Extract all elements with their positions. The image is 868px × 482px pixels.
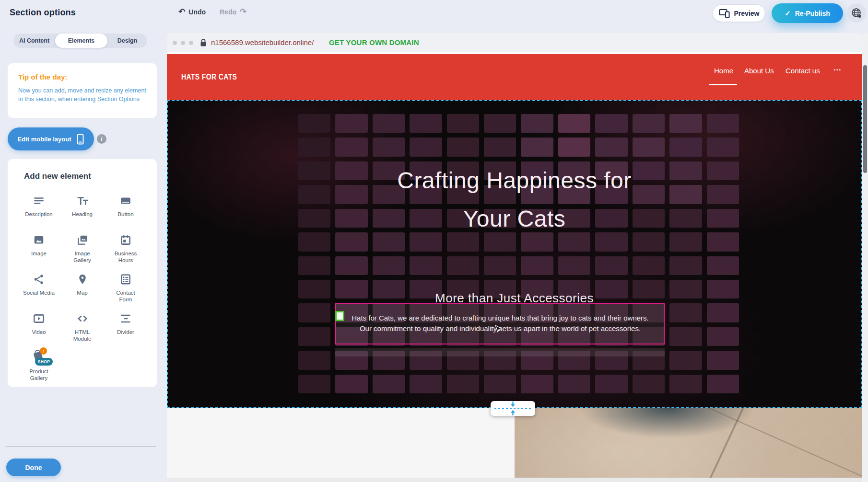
hero-tile — [447, 114, 479, 133]
nav-item-about-us[interactable]: About Us — [744, 67, 774, 75]
tip-of-the-day-card: Tip of the day: Now you can add, move an… — [8, 63, 157, 118]
sidebar-divider — [6, 447, 156, 447]
element-item-product-gallery[interactable]: ↑SHOPProduct Gallery — [17, 351, 60, 390]
hero-tile — [669, 351, 702, 369]
element-item-label: Social Media — [23, 289, 55, 296]
globe-button[interactable] — [847, 3, 866, 23]
hero-tile — [707, 351, 739, 369]
info-icon[interactable]: i — [97, 134, 106, 144]
hero-tile — [410, 138, 442, 156]
hero-tile — [335, 256, 367, 275]
hero-tile — [633, 114, 665, 133]
done-button[interactable]: Done — [6, 459, 61, 476]
page-title: Section options — [10, 8, 76, 18]
resize-arrows-icon — [493, 402, 533, 415]
hero-tile — [558, 138, 590, 156]
hero-tile — [669, 327, 702, 346]
element-item-contact-form[interactable]: Contact Form — [104, 272, 147, 311]
element-item-image[interactable]: Image — [17, 233, 60, 272]
hero-paragraph[interactable]: Hats for Cats, we are dedicated to craft… — [332, 313, 668, 334]
element-item-video[interactable]: Video — [17, 311, 60, 351]
redo-arrow-icon: ↷ — [240, 8, 246, 16]
tab-ai-content[interactable]: AI Content — [13, 34, 55, 48]
republish-button[interactable]: ✓ Re-Publish — [772, 3, 843, 23]
element-item-label: Contact Form — [116, 289, 135, 303]
element-item-label: Product Gallery — [29, 368, 48, 382]
hero-tile — [669, 375, 702, 393]
hero-tile — [707, 138, 739, 156]
redo-label: Redo — [220, 8, 236, 16]
hero-tile — [484, 256, 516, 275]
hero-tile — [298, 351, 330, 369]
element-item-label: Button — [117, 211, 133, 218]
upgrade-badge-icon: ↑ — [40, 347, 47, 355]
hero-tile — [707, 327, 739, 346]
smartphone-icon — [77, 134, 84, 145]
hero-section-selected[interactable]: Crafting Happiness for Your Cats More th… — [167, 100, 862, 408]
paragraph-selection-box[interactable]: Hats for Cats, we are dedicated to craft… — [335, 303, 665, 344]
hero-tile — [484, 138, 516, 156]
republish-label: Re-Publish — [795, 10, 830, 17]
site-header[interactable]: HATS FOR CATS HomeAbout UsContact us ... — [167, 54, 862, 100]
devices-icon — [719, 9, 730, 18]
undo-button[interactable]: ↶ Undo — [178, 8, 206, 16]
element-item-business-hours[interactable]: Business Hours — [104, 233, 147, 272]
site-logo[interactable]: HATS FOR CATS — [181, 72, 237, 82]
divider-icon — [118, 311, 133, 326]
edit-mobile-label: Edit mobile layout — [18, 136, 71, 143]
tab-elements[interactable]: Elements — [55, 34, 107, 48]
hero-tile — [521, 138, 553, 156]
element-item-divider[interactable]: Divider — [104, 311, 147, 351]
browser-dot-icon — [189, 41, 193, 45]
element-item-map[interactable]: Map — [61, 272, 104, 311]
sidebar-tabs: AI Content Elements Design — [13, 34, 147, 48]
hero-tile — [484, 114, 516, 133]
hero-tile — [633, 138, 665, 156]
element-item-social-media[interactable]: Social Media — [17, 272, 60, 311]
hero-tile — [484, 375, 516, 393]
pavement-photo[interactable] — [515, 408, 862, 480]
hero-tile — [707, 114, 739, 133]
image-icon — [32, 233, 46, 247]
element-item-label: Business Hours — [115, 250, 137, 264]
section-resize-handle[interactable] — [491, 401, 535, 416]
globe-icon — [851, 7, 862, 19]
element-item-button[interactable]: Button — [104, 194, 147, 233]
edit-mobile-layout-button[interactable]: Edit mobile layout — [8, 127, 94, 150]
element-item-html-module[interactable]: HTML Module — [61, 311, 104, 351]
hero-tile — [298, 256, 330, 275]
hero-tile — [595, 375, 627, 393]
hero-tile — [633, 375, 665, 393]
hero-tile — [335, 114, 367, 133]
tip-title: Tip of the day: — [18, 73, 146, 81]
video-icon — [32, 311, 46, 326]
redo-button[interactable]: Redo ↷ — [220, 8, 246, 16]
element-item-label: Heading — [72, 211, 93, 218]
hero-tile — [410, 375, 442, 393]
element-item-image-gallery[interactable]: Image Gallery — [61, 233, 104, 272]
hero-tile — [669, 138, 702, 156]
element-item-label: HTML Module — [73, 329, 92, 343]
elements-grid: DescriptionHeadingButtonImageImage Galle… — [17, 194, 147, 390]
element-item-label: Map — [77, 289, 87, 296]
scrollbar-thumb[interactable] — [863, 65, 867, 173]
preview-button[interactable]: Preview — [713, 4, 765, 22]
site-url[interactable]: n1566589.websitebuilder.online/ — [211, 38, 314, 46]
hero-tile — [298, 327, 330, 346]
hero-tile — [298, 375, 330, 393]
hero-tile — [669, 114, 702, 133]
element-item-description[interactable]: Description — [17, 194, 60, 233]
nav-item-contact-us[interactable]: Contact us — [786, 67, 820, 75]
nav-item-home[interactable]: Home — [714, 67, 733, 75]
hero-tile — [707, 303, 739, 322]
hero-tile — [373, 375, 405, 393]
hero-heading[interactable]: Crafting Happiness for Your Cats — [167, 161, 862, 238]
hero-tile — [595, 256, 627, 275]
tab-design[interactable]: Design — [107, 34, 147, 48]
nav-more-button[interactable]: ... — [833, 64, 841, 72]
element-drag-handle[interactable] — [335, 311, 344, 321]
get-your-own-domain-link[interactable]: GET YOUR OWN DOMAIN — [329, 38, 419, 46]
hero-tile — [373, 114, 405, 133]
element-item-heading[interactable]: Heading — [61, 194, 104, 233]
hero-tile — [633, 256, 665, 275]
